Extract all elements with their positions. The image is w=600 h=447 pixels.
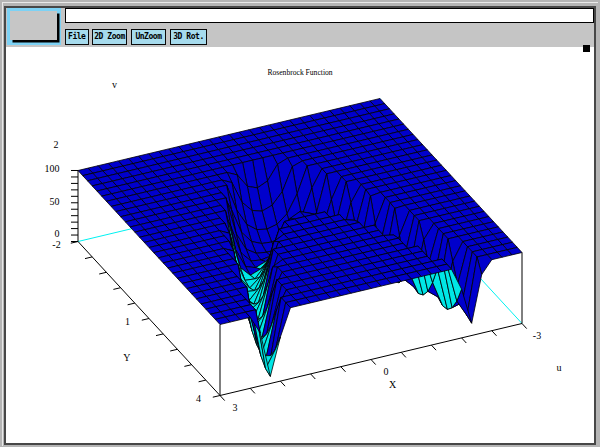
svg-text:0: 0 — [55, 228, 60, 239]
svg-text:4: 4 — [196, 393, 201, 404]
unzoom-button[interactable]: UnZoom — [131, 29, 166, 45]
svg-text:-3: -3 — [533, 330, 541, 341]
file-button[interactable]: File — [65, 29, 89, 45]
svg-text:v: v — [112, 79, 117, 90]
window-content: Rosenbrock FunctionXY2uv30-3-214050100 F… — [4, 6, 596, 445]
busy-indicator-square — [583, 45, 590, 52]
2d-zoom-button[interactable]: 2D Zoom — [92, 29, 127, 45]
plot-canvas: Rosenbrock FunctionXY2uv30-3-214050100 — [6, 8, 596, 444]
message-bar[interactable] — [65, 8, 594, 23]
svg-text:3: 3 — [233, 402, 238, 413]
status-panel — [7, 8, 61, 45]
svg-text:Rosenbrock Function: Rosenbrock Function — [267, 68, 332, 77]
toolbar: File 2D Zoom UnZoom 3D Rot. — [6, 8, 594, 47]
svg-text:1: 1 — [125, 316, 130, 327]
svg-text:100: 100 — [45, 163, 60, 174]
svg-text:X: X — [389, 379, 397, 390]
graphics-window: Rosenbrock FunctionXY2uv30-3-214050100 F… — [0, 0, 600, 447]
svg-text:0: 0 — [384, 366, 389, 377]
svg-text:50: 50 — [50, 196, 60, 207]
svg-text:u: u — [556, 362, 561, 373]
3d-rotate-button[interactable]: 3D Rot. — [170, 29, 207, 45]
svg-text:2: 2 — [54, 139, 59, 150]
status-panel-label — [10, 11, 57, 40]
svg-text:Y: Y — [123, 352, 130, 363]
svg-text:-2: -2 — [52, 239, 60, 250]
